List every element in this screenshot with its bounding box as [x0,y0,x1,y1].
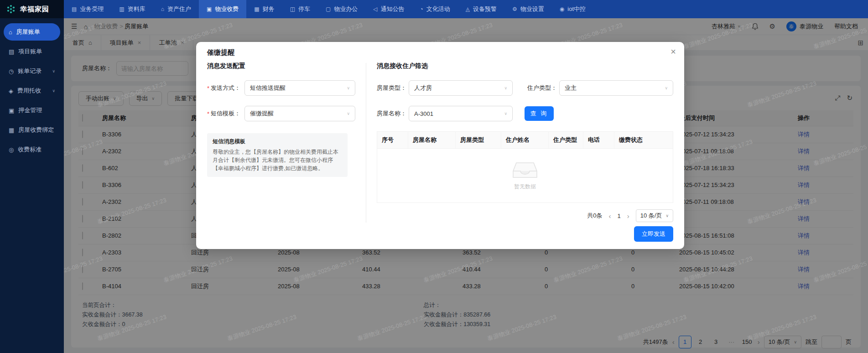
nav-item-label: 通知公告 [381,5,405,13]
sidebar-item-icon: ◎ [9,146,14,153]
send-method-select[interactable]: 短信推送提醒 ∨ [244,80,355,96]
modal-title: 催缴提醒 [207,48,234,57]
top-nav-item[interactable]: ▣物业收费 [199,0,246,18]
top-nav-item[interactable]: ◔文化活动 [412,0,458,18]
nav-item-icon: ▢ [326,6,331,12]
sms-template-value: 催缴提醒 [250,109,274,118]
nav-item-icon: ▣ [207,6,212,12]
logo-icon [6,4,16,14]
chevron-down-icon: ∨ [665,86,668,90]
nav-item-icon: ▦ [254,6,259,12]
nav-item-label: 财务 [263,5,275,13]
top-nav: 幸福家园 ▤业务受理▥资料库⌂资产住户▣物业收费▦财务◫停车▢物业办公◁通知公告… [0,0,868,18]
house-name-value: A-3001 [414,110,433,117]
resident-type-value: 业主 [565,84,577,92]
house-type-label: 房屋类型： [377,84,409,92]
recipient-table-header-cell: 住户姓名 [501,132,549,148]
top-nav-item[interactable]: ◫停车 [282,0,318,18]
sms-preview-title: 短信消息模板 [213,138,342,145]
top-nav-item[interactable]: ⌂资产住户 [153,0,199,18]
sidebar-item-label: 费用托收 [17,87,41,95]
nav-item-label: 停车 [298,5,310,13]
top-nav-item[interactable]: ◉iot中控 [552,0,593,18]
chevron-down-icon: ∨ [52,88,55,93]
chevron-down-icon: ∨ [504,86,507,90]
sidebar-item-label: 房屋收费绑定 [18,126,54,134]
nav-item-label: 物业办公 [334,5,358,13]
sidebar-item[interactable]: ▤项目账单 [4,43,60,60]
chevron-down-icon: ∨ [504,111,507,116]
nav-item-label: 业务受理 [80,5,104,13]
top-nav-item[interactable]: ▤业务受理 [64,0,111,18]
nav-item-icon: ⌂ [161,6,164,12]
chevron-down-icon: ∨ [347,111,350,116]
recipient-table-header-cell: 电话 [583,132,614,148]
sms-template-preview: 短信消息模板 尊敬的业主，您【房屋名称】的物业相关费用截止本月合计【剩余代缴】元… [207,133,348,177]
nav-item-icon: ◫ [290,6,295,12]
sidebar-item-icon: ▤ [9,48,14,55]
search-button[interactable]: 查 询 [525,106,554,121]
sidebar-item[interactable]: ▣押金管理 [4,102,60,119]
sms-preview-body: 尊敬的业主，您【房屋名称】的物业相关费用截止本月合计【剩余代缴】元未缴清。您可在… [213,148,342,172]
top-nav-item[interactable]: ◁通知公告 [365,0,412,18]
sidebar-item[interactable]: ◷账单记录∨ [4,62,60,80]
top-nav-items: ▤业务受理▥资料库⌂资产住户▣物业收费▦财务◫停车▢物业办公◁通知公告◔文化活动… [64,0,593,18]
nav-item-label: iot中控 [567,5,586,13]
sidebar-item[interactable]: ◎收费标准 [4,141,60,158]
modal-current-page[interactable]: 1 [617,213,620,219]
recipient-filter-title: 消息接收住户筛选 [377,62,673,70]
send-method-value: 短信推送提醒 [250,84,286,92]
sidebar-item-icon: ▦ [9,127,14,134]
app-logo[interactable]: 幸福家园 [0,0,64,18]
nav-item-icon: ▤ [72,6,77,12]
sidebar-item-icon: ▣ [9,107,14,114]
nav-item-icon: ▥ [119,6,124,12]
nav-item-icon: ◬ [466,6,470,12]
nav-item-icon: ⚙ [512,6,517,12]
sidebar-item-label: 房屋账单 [16,28,40,36]
logo-text: 幸福家园 [20,5,49,14]
nav-item-label: 物业收费 [215,5,239,13]
resident-type-label: 住户类型： [527,84,559,92]
sidebar-item[interactable]: ◈费用托收∨ [4,82,60,99]
modal-pagination: 共0条 ‹ 1 › 10 条/页 ∨ [377,209,673,222]
modal-prev-page-icon[interactable]: ‹ [608,212,611,220]
nav-item-icon: ◁ [373,6,377,12]
top-nav-item[interactable]: ◬设备预警 [458,0,504,18]
required-asterisk: * [207,110,209,117]
empty-state: 暂无数据 [377,149,673,202]
chevron-down-icon: ∨ [665,213,669,218]
empty-inbox-icon [512,161,538,179]
nav-item-label: 物业设置 [520,5,544,13]
recipient-table-header-cell: 房屋名称 [408,132,456,148]
sidebar-item[interactable]: ▦房屋收费绑定 [4,121,60,139]
nav-item-icon: ◉ [560,6,564,12]
nav-item-label: 设备预警 [473,5,497,13]
house-type-select[interactable]: 人才房 ∨ [409,80,513,96]
sidebar-item[interactable]: ⌂房屋账单 [4,23,60,41]
app-root: 幸福家园 ▤业务受理▥资料库⌂资产住户▣物业收费▦财务◫停车▢物业办公◁通知公告… [0,0,868,353]
sidebar-item-label: 账单记录 [18,67,42,75]
send-now-button[interactable]: 立即发送 [634,226,673,242]
send-config-title: 消息发送配置 [207,62,358,70]
send-method-label: 发送方式： [211,84,244,92]
top-nav-item[interactable]: ▦财务 [246,0,282,18]
chevron-down-icon: ∨ [52,69,55,73]
sms-template-select[interactable]: 催缴提醒 ∨ [244,106,355,121]
modal-page-size-select[interactable]: 10 条/页 ∨ [636,209,673,222]
payment-reminder-modal: 催缴提醒 × 消息发送配置 * 发送方式： 短信推送提醒 ∨ * 短信模板： 催… [196,42,684,249]
recipient-table-header: 序号房屋名称房屋类型住户姓名住户类型电话缴费状态 [377,132,673,149]
top-nav-item[interactable]: ▥资料库 [111,0,153,18]
recipient-table: 序号房屋名称房屋类型住户姓名住户类型电话缴费状态 暂无数据 [377,131,673,203]
house-name-select[interactable]: A-3001 ∨ [409,106,513,121]
close-icon[interactable]: × [670,47,676,57]
resident-type-select[interactable]: 业主 ∨ [559,80,673,96]
modal-page-size-value: 10 条/页 [640,212,662,220]
sms-template-label: 短信模板： [211,109,244,118]
modal-next-page-icon[interactable]: › [627,212,629,220]
sidebar-item-icon: ⌂ [9,29,12,36]
top-nav-item[interactable]: ▢物业办公 [318,0,365,18]
nav-item-label: 资产住户 [167,5,191,13]
recipient-table-header-cell: 序号 [377,132,408,148]
top-nav-item[interactable]: ⚙物业设置 [504,0,552,18]
